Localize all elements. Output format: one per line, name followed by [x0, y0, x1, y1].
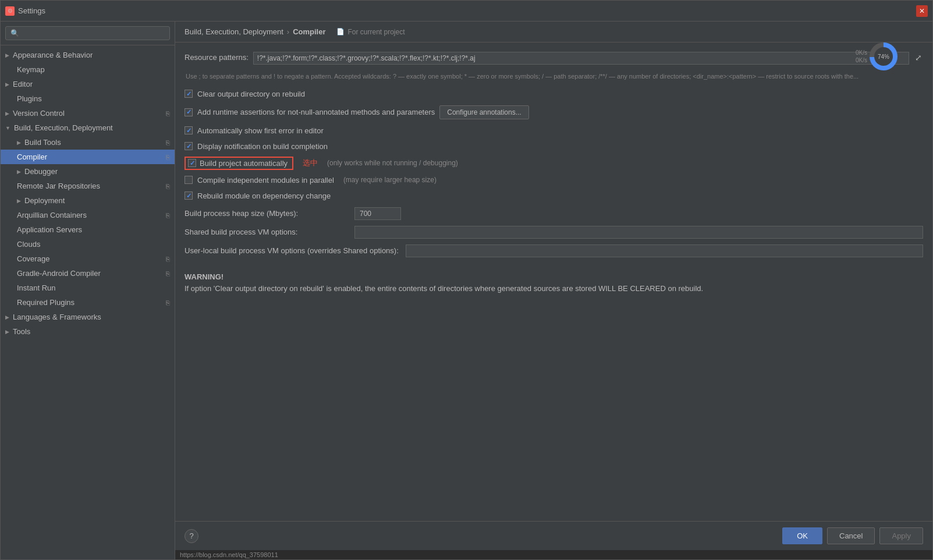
sidebar-item-plugins[interactable]: Plugins [1, 91, 175, 106]
clear-output-label: Clear output directory on rebuild [197, 90, 305, 98]
ok-button[interactable]: OK [782, 527, 822, 544]
sidebar-item-languages[interactable]: ▶ Languages & Frameworks [1, 310, 175, 324]
network-percent: 74% [874, 47, 893, 66]
user-local-vm-input[interactable] [406, 244, 923, 257]
copy-icon: ⎘ [166, 299, 170, 306]
configure-annotations-button[interactable]: Configure annotations... [439, 105, 528, 119]
footer: ? OK Cancel Apply [175, 521, 932, 550]
apply-button[interactable]: Apply [879, 527, 923, 544]
titlebar-left: ⚙ Settings [5, 6, 45, 16]
sidebar-item-required-plugins[interactable]: Required Plugins ⎘ [1, 295, 175, 310]
checkbox-display-notification: Display notification on build completion [185, 141, 923, 152]
checkbox-runtime-assertions: Add runtime assertions for not-null-anno… [185, 104, 923, 120]
arrow-icon: ▶ [5, 329, 9, 335]
sidebar-item-label: Editor [13, 80, 33, 88]
arrow-icon: ▶ [17, 198, 21, 204]
sidebar-item-label: Appearance & Behavior [13, 51, 93, 59]
warning-title: WARNING! [185, 271, 923, 283]
footer-left: ? [185, 529, 198, 543]
sidebar-item-label: Arquillian Containers [17, 211, 87, 219]
project-scope-label: For current project [348, 28, 405, 36]
sidebar-item-keymap[interactable]: Keymap [1, 62, 175, 77]
rebuild-dependency-label: Rebuild module on dependency change [197, 192, 331, 200]
resource-patterns-label: Resource patterns: [185, 52, 249, 62]
sidebar-item-editor[interactable]: ▶ Editor [1, 77, 175, 91]
help-button[interactable]: ? [185, 529, 198, 543]
heap-size-input[interactable] [354, 207, 401, 220]
checkbox-compile-parallel: Compile independent modules in parallel … [185, 175, 923, 186]
shared-vm-input[interactable] [354, 226, 923, 239]
search-box[interactable] [1, 22, 175, 45]
sidebar-item-label: Remote Jar Repositories [17, 182, 100, 190]
breadcrumb: Build, Execution, Deployment › Compiler … [175, 22, 932, 42]
copy-icon: ⎘ [166, 154, 170, 161]
sidebar-item-build-tools[interactable]: ▶ Build Tools ⎘ [1, 135, 175, 150]
runtime-assertions-checkbox[interactable] [185, 108, 193, 116]
copy-icon: ⎘ [166, 270, 170, 277]
sidebar-item-instant-run[interactable]: Instant Run [1, 281, 175, 295]
arrow-icon: ▼ [5, 125, 10, 131]
sidebar-item-coverage[interactable]: Coverage ⎘ [1, 251, 175, 266]
compile-parallel-note: (may require larger heap size) [343, 176, 437, 184]
arrow-icon: ▶ [5, 111, 9, 116]
sidebar-item-label: Compiler [17, 153, 47, 161]
copy-icon: ⎘ [166, 183, 170, 190]
sidebar-item-clouds[interactable]: Clouds [1, 237, 175, 251]
compile-parallel-checkbox[interactable] [185, 176, 193, 184]
heap-size-row: Build process heap size (Mbytes): [185, 207, 923, 220]
build-automatically-checkbox[interactable] [188, 159, 196, 167]
main-panel: Build, Execution, Deployment › Compiler … [175, 22, 932, 559]
display-notification-label: Display notification on build completion [197, 142, 328, 151]
copy-icon: ⎘ [166, 110, 170, 117]
checkbox-clear-output: Clear output directory on rebuild [185, 88, 923, 100]
network-widget: 0K/s 0K/s 74% [856, 42, 897, 70]
sidebar-item-version-control[interactable]: ▶ Version Control ⎘ [1, 106, 175, 120]
breadcrumb-separator: › [287, 27, 289, 36]
heap-size-label: Build process heap size (Mbytes): [185, 209, 347, 218]
sidebar-item-label: Gradle-Android Compiler [17, 269, 101, 278]
sidebar-item-app-servers[interactable]: Application Servers [1, 222, 175, 237]
build-automatically-highlighted: Build project automatically [185, 157, 293, 170]
sidebar-item-deployment[interactable]: ▶ Deployment [1, 193, 175, 208]
sidebar-item-arquillian[interactable]: Arquillian Containers ⎘ [1, 208, 175, 222]
runtime-assertions-label: Add runtime assertions for not-null-anno… [197, 108, 435, 116]
display-notification-checkbox[interactable] [185, 142, 193, 150]
sidebar-item-label: Tools [13, 327, 30, 336]
sidebar-item-tools[interactable]: ▶ Tools [1, 324, 175, 339]
sidebar-item-label: Required Plugins [17, 298, 75, 307]
sidebar-item-compiler[interactable]: Compiler ⎘ [1, 150, 175, 164]
warning-box: WARNING! If option 'Clear output directo… [185, 271, 923, 296]
show-first-error-label: Automatically show first error in editor [197, 126, 324, 135]
search-input[interactable] [5, 26, 170, 40]
settings-window: ⚙ Settings ✕ ▶ Appearance & Behavior Key… [0, 0, 933, 560]
breadcrumb-current: Compiler [293, 27, 325, 36]
clear-output-checkbox[interactable] [185, 90, 193, 98]
expand-button[interactable]: ⤢ [914, 52, 923, 63]
sidebar-item-label: Version Control [13, 109, 65, 118]
sidebar-item-remote-jar[interactable]: Remote Jar Repositories ⎘ [1, 179, 175, 193]
close-button[interactable]: ✕ [916, 5, 928, 17]
arrow-icon: ▶ [5, 52, 9, 58]
sidebar-item-debugger[interactable]: ▶ Debugger [1, 164, 175, 179]
sidebar-item-label: Debugger [24, 167, 58, 176]
arrow-icon: ▶ [5, 81, 9, 87]
rebuild-dependency-checkbox[interactable] [185, 192, 193, 200]
copy-icon: ⎘ [166, 256, 170, 263]
copy-icon: ⎘ [166, 212, 170, 219]
sidebar-item-label: Build, Execution, Deployment [14, 123, 113, 132]
show-first-error-checkbox[interactable] [185, 126, 193, 134]
sidebar-item-label: Keymap [17, 65, 45, 74]
project-scope-icon: 📄 [336, 28, 345, 36]
hint-text: Use ; to separate patterns and ! to nega… [185, 72, 923, 81]
cancel-button[interactable]: Cancel [827, 527, 875, 544]
shared-vm-row: Shared build process VM options: [185, 226, 923, 239]
sidebar-item-label: Languages & Frameworks [13, 313, 101, 321]
sidebar-item-gradle-android[interactable]: Gradle-Android Compiler ⎘ [1, 266, 175, 281]
url-bar: https://blog.csdn.net/qq_37598011 [175, 550, 932, 559]
sidebar-item-label: Clouds [17, 240, 40, 249]
sidebar-item-appearance[interactable]: ▶ Appearance & Behavior [1, 48, 175, 62]
window-title: Settings [18, 6, 45, 15]
sidebar-item-build-execution[interactable]: ▼ Build, Execution, Deployment [1, 120, 175, 135]
sidebar-item-label: Instant Run [17, 283, 56, 292]
resource-patterns-input[interactable] [253, 52, 909, 65]
